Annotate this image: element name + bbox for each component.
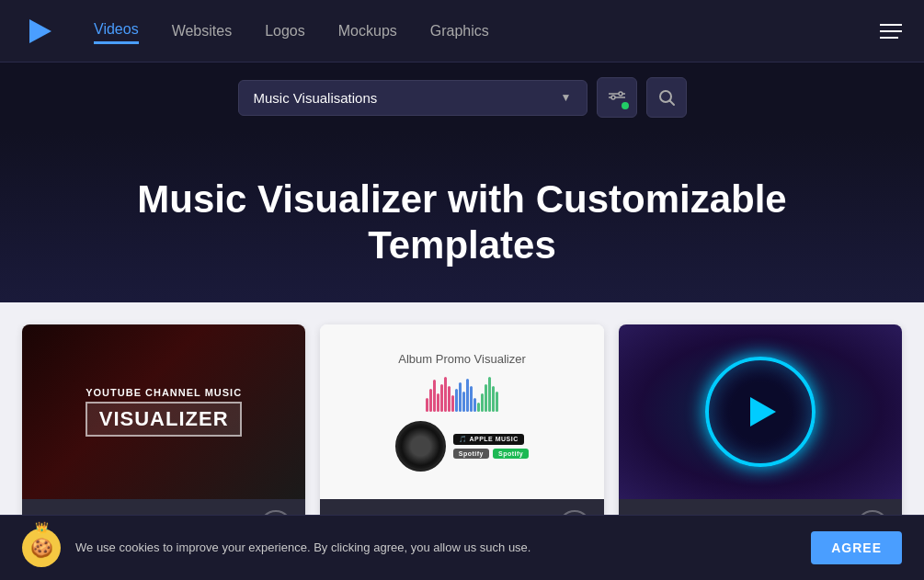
svg-point-1 [611,96,615,99]
main-nav: Videos Websites Logos Mockups Graphics [94,17,880,44]
crown-icon: 👑 [35,521,49,534]
search-bar: Music Visualisations ▼ [0,63,924,132]
svg-marker-0 [29,19,51,43]
cookie-icon: 👑 🍪 [22,529,61,567]
cookie-text: We use cookies to improve your experienc… [75,540,796,556]
card-3-image [619,324,902,499]
card-1-image-line1: YOUTUBE CHANNEL MUSIC [86,387,242,398]
search-icon [657,88,676,107]
card-2-image: Album Promo Visualizer [320,324,603,499]
card-1-image: YOUTUBE CHANNEL MUSIC VISUALIZER [22,324,305,499]
svg-line-8 [669,101,674,106]
cookie-banner: 👑 🍪 We use cookies to improve your exper… [0,515,924,580]
nav-item-websites[interactable]: Websites [172,19,233,43]
nav-item-videos[interactable]: Videos [94,17,139,44]
card-1-image-line2: VISUALIZER [86,402,242,437]
bass-ring [705,357,816,467]
nav-item-logos[interactable]: Logos [265,19,305,43]
header: Videos Websites Logos Mockups Graphics [0,0,924,63]
hamburger-menu-button[interactable] [880,24,902,39]
dropdown-value: Music Visualisations [254,90,378,106]
album-cover [395,421,446,472]
logo-icon [22,14,57,49]
nav-item-mockups[interactable]: Mockups [338,19,397,43]
hero-heading: Music Visualizer with Customizable Templ… [131,176,793,269]
svg-point-2 [619,92,622,96]
apple-music-badge: 🎵 APPLE MUSIC [453,434,524,445]
chevron-down-icon: ▼ [561,91,572,104]
album-bottom: 🎵 APPLE MUSIC Spotify Spotify [395,421,529,472]
album-badges: 🎵 APPLE MUSIC Spotify Spotify [453,434,529,459]
hero-section: Music Visualizer with Customizable Templ… [0,132,924,302]
spotify-badge-1: Spotify [453,449,489,459]
category-dropdown[interactable]: Music Visualisations ▼ [238,80,587,116]
logo[interactable] [22,14,57,49]
filter-button[interactable] [597,77,637,118]
agree-button[interactable]: AGREE [811,531,902,564]
spotify-badge-2: Spotify [493,449,529,459]
card-2-image-title: Album Promo Visualizer [398,352,525,366]
album-waveform [426,375,498,412]
filter-active-indicator [622,102,629,109]
bass-play-icon [750,397,776,426]
nav-item-graphics[interactable]: Graphics [430,19,489,43]
search-button[interactable] [646,77,687,118]
cookie-emoji: 🍪 [30,537,53,559]
